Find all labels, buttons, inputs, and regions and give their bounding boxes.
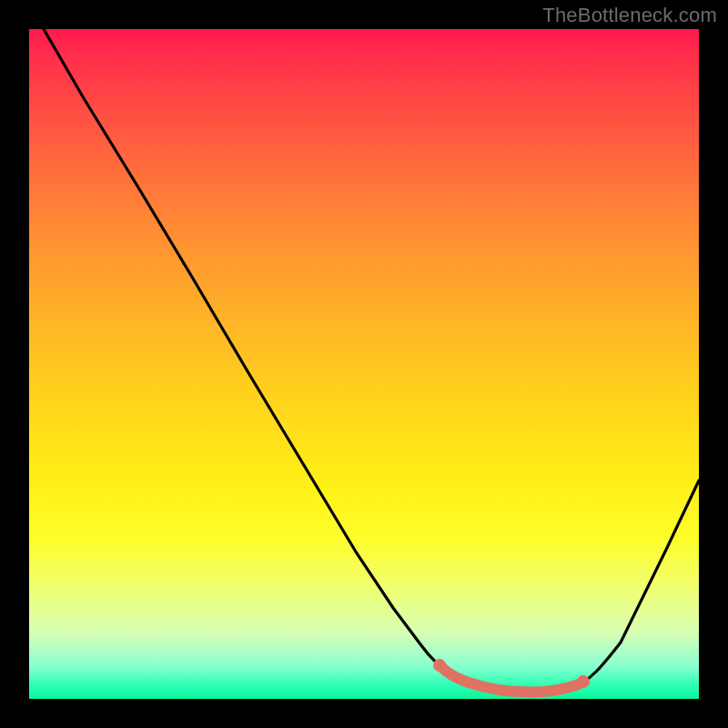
watermark-text: TheBottleneck.com bbox=[542, 4, 717, 27]
curve-svg bbox=[29, 29, 699, 699]
highlight-segment bbox=[440, 666, 582, 692]
chart-frame: TheBottleneck.com bbox=[0, 0, 728, 728]
bottleneck-curve bbox=[44, 29, 699, 693]
highlight-end-dot bbox=[577, 675, 590, 688]
plot-area bbox=[29, 29, 699, 699]
highlight-start-dot bbox=[433, 659, 446, 672]
